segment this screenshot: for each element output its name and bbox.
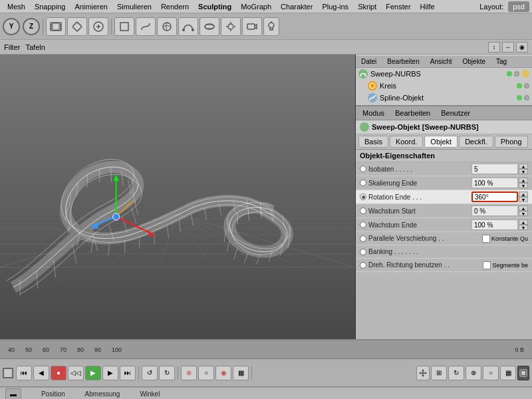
step-up-skalierung[interactable]: ▲ [519,178,528,183]
btn-extra3[interactable]: ▦ [500,366,516,380]
axis-y-btn[interactable]: Y [3,18,20,35]
prop-tab-objekt[interactable]: Objekt [424,136,458,148]
btn-circle1[interactable]: ⊕ [181,366,197,380]
tree-item-spline[interactable]: Spline-Objekt [356,92,532,104]
tree-tab-datei[interactable]: Datei [358,57,379,66]
stepper-rotation[interactable]: ▲ ▼ [519,192,528,202]
menu-charakter[interactable]: Charakter [276,1,317,12]
menu-snapping[interactable]: Snapping [30,1,70,12]
radio-wachstum-start[interactable] [360,207,366,214]
step-up-rotation[interactable]: ▲ [519,192,528,197]
axis-z-btn[interactable]: Z [23,18,40,35]
toolbar-lamp[interactable] [263,17,279,36]
filter-label[interactable]: Filter [4,43,20,51]
stepper-wachstum-ende[interactable]: ▲ ▼ [519,219,528,230]
step-up-wachstum-start[interactable]: ▲ [519,205,528,211]
stepper-wachstum-start[interactable]: ▲ ▼ [519,205,528,216]
btn-play-back[interactable]: ◁◁ [68,366,84,380]
radio-dreh[interactable] [360,262,366,269]
toolbar-nurbs[interactable] [178,17,198,36]
viewport-nav-3[interactable]: ◉ [516,42,528,53]
radio-wachstum-ende[interactable] [360,221,366,228]
btn-circle3[interactable]: ◉ [215,366,231,380]
tree-item-kreis[interactable]: Kreis [356,80,532,92]
toolbar-filmstrip[interactable] [46,17,66,36]
radio-isobaten[interactable] [360,166,366,172]
prop-tab-phong[interactable]: Phong [495,136,528,148]
menu-hilfe[interactable]: Hilfe [416,1,440,12]
step-down-skalierung[interactable]: ▼ [519,183,528,188]
btn-to-end[interactable]: ⏭ [120,366,136,380]
stepper-skalierung[interactable]: ▲ ▼ [519,178,528,188]
menu-sculpting[interactable]: Sculpting [194,1,236,12]
step-down-wachstum-ende[interactable]: ▼ [519,225,528,230]
tree-tab-ansicht[interactable]: Ansicht [428,57,455,66]
step-up-isobaten[interactable]: ▲ [519,164,528,169]
tree-item-sweep[interactable]: Sweep-NURBS [356,68,532,80]
viewport-nav-1[interactable]: ↕ [488,42,500,53]
toolbar-sphere[interactable] [157,17,177,36]
btn-extra4[interactable] [517,366,529,380]
toolbar-animate[interactable] [88,17,108,36]
radio-banking[interactable] [360,249,366,255]
value-skalierung[interactable]: 100 % [471,178,518,188]
step-down-wachstum-start[interactable]: ▼ [519,211,528,216]
prop-tab-koord[interactable]: Koord. [390,136,423,148]
btn-undo[interactable]: ↺ [142,366,158,380]
toolbar-box[interactable] [114,17,134,36]
menu-mograph[interactable]: MoGraph [236,1,276,12]
menu-rendern[interactable]: Rendern [156,1,194,12]
btn-redo[interactable]: ↻ [159,366,175,380]
value-rotation[interactable]: 360° [471,192,518,202]
viewport[interactable] [0,55,356,339]
tafeln-label[interactable]: Tafeln [25,43,45,51]
value-isobaten[interactable]: 5 [471,164,518,174]
prop-tab-deckfl[interactable]: Deckfl. [459,136,493,148]
toolbar-sweep[interactable] [200,17,219,36]
toolbar-curve[interactable] [136,17,156,36]
radio-parallele[interactable] [360,235,366,242]
btn-play[interactable]: ▶ [85,366,101,380]
svg-rect-19 [0,55,355,339]
layout-value[interactable]: psd [508,1,529,12]
tree-tab-tag[interactable]: Tag [493,57,509,66]
btn-move[interactable] [416,366,430,380]
radio-rotation[interactable] [360,194,366,200]
timeline-bar[interactable]: 40 50 60 70 80 90 100 0 B [0,340,532,359]
menu-plugins[interactable]: Plug-ins [317,1,353,12]
btn-prev-frame[interactable]: ◀ [33,366,49,380]
btn-grid[interactable]: ▦ [233,366,249,380]
btn-scale[interactable]: ⊞ [431,366,447,380]
btn-extra2[interactable]: ○ [483,366,499,380]
tree-tab-bearbeiten[interactable]: Bearbeiten [384,57,422,66]
menu-simulieren[interactable]: Simulieren [112,1,156,12]
btn-extra1[interactable]: ⊕ [466,366,481,380]
tree-tab-objekte[interactable]: Objekte [460,57,488,66]
prop-tab-benutzer[interactable]: Benutzer [438,108,473,118]
step-down-rotation[interactable]: ▼ [519,197,528,202]
toolbar-camera[interactable] [242,17,262,36]
stepper-isobaten[interactable]: ▲ ▼ [519,164,528,174]
btn-rotate[interactable]: ↻ [448,366,464,380]
btn-record[interactable]: ● [51,366,66,380]
step-up-wachstum-ende[interactable]: ▲ [519,219,528,225]
value-wachstum-start[interactable]: 0 % [471,205,518,216]
prop-tab-bearbeiten[interactable]: Bearbeiten [392,108,433,118]
viewport-nav-2[interactable]: ↔ [502,42,514,53]
menu-fenster[interactable]: Fenster [381,1,415,12]
btn-circle2[interactable]: ○ [198,366,214,380]
menu-skript[interactable]: Skript [353,1,381,12]
prop-tab-modus[interactable]: Modus [360,108,387,118]
menu-animieren[interactable]: Animieren [70,1,112,12]
btn-next-frame[interactable]: ▶ [102,366,118,380]
value-wachstum-ende[interactable]: 100 % [471,219,518,230]
radio-skalierung[interactable] [360,180,366,186]
toolbar-light[interactable] [221,17,241,36]
prop-tab-basis[interactable]: Basis [358,136,388,148]
btn-to-start[interactable]: ⏮ [16,366,32,380]
menu-mesh[interactable]: Mesh [3,1,30,12]
check-dreh[interactable] [483,261,491,269]
check-parallele[interactable] [482,235,490,243]
toolbar-keyframe[interactable] [67,17,87,36]
step-down-isobaten[interactable]: ▼ [519,169,528,174]
